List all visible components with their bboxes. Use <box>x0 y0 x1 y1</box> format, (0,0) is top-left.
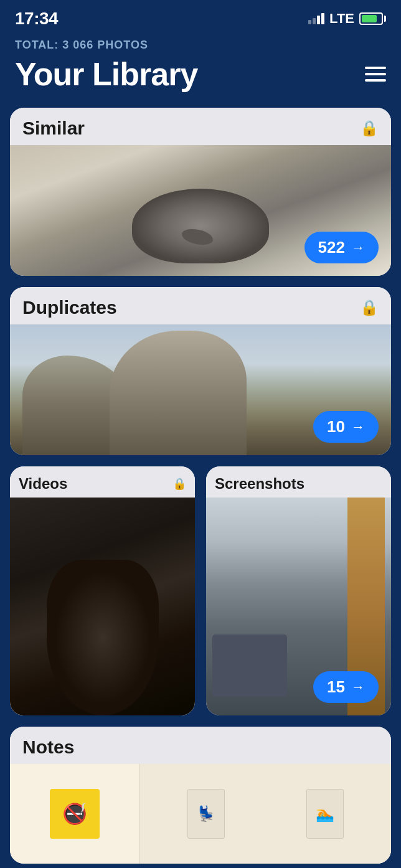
notes-card-title: Notes <box>22 737 74 758</box>
duplicates-card-image: 10 → <box>10 324 391 455</box>
status-right: LTE <box>308 11 386 27</box>
notes-panel-instructions: 💺 🏊 <box>140 764 391 864</box>
duplicates-card[interactable]: Duplicates 🔒 10 → <box>10 287 391 455</box>
videos-image-bg <box>10 498 195 715</box>
battery-fill <box>362 15 377 22</box>
screenshots-count: 15 <box>327 677 345 697</box>
title-row: Your Library <box>15 55 386 93</box>
videos-card[interactable]: Videos 🔒 <box>10 466 195 715</box>
page-title: Your Library <box>15 55 197 93</box>
menu-icon-line2 <box>365 73 386 75</box>
duplicates-card-header: Duplicates 🔒 <box>10 287 391 324</box>
instruction-box-1: 💺 <box>187 789 225 839</box>
status-time: 17:34 <box>15 9 58 29</box>
menu-icon-line3 <box>365 79 386 82</box>
similar-lock-icon: 🔒 <box>360 120 379 137</box>
videos-lock-icon: 🔒 <box>172 477 186 491</box>
duplicates-count-badge[interactable]: 10 → <box>313 411 379 443</box>
status-bar: 17:34 LTE <box>0 0 401 34</box>
screenshots-card-title: Screenshots <box>215 475 304 493</box>
similar-card-image: 522 → <box>10 145 391 276</box>
screenshots-count-badge[interactable]: 15 → <box>313 671 379 703</box>
battery-body <box>359 12 383 25</box>
notes-no-smoking-icon: 🚭 <box>50 789 100 839</box>
notes-panel-left: 🚭 <box>10 764 140 864</box>
screenshots-card[interactable]: Screenshots 15 → <box>206 466 391 715</box>
duplicates-arrow: → <box>351 419 365 435</box>
screenshots-card-image-wrapper: 15 → <box>206 498 391 715</box>
battery-indicator <box>359 12 386 25</box>
similar-card[interactable]: Similar 🔒 522 → <box>10 108 391 276</box>
similar-card-title: Similar <box>22 118 85 139</box>
battery-tip <box>384 16 386 22</box>
videos-card-image <box>10 498 195 715</box>
screenshots-arrow: → <box>351 679 365 696</box>
menu-icon-line1 <box>365 67 386 69</box>
duplicates-card-title: Duplicates <box>22 297 117 318</box>
menu-button[interactable] <box>365 67 386 82</box>
videos-card-header: Videos 🔒 <box>10 466 195 498</box>
similar-count-badge[interactable]: 522 → <box>304 232 379 263</box>
videos-card-title: Videos <box>19 475 67 493</box>
instruction-box-2: 🏊 <box>306 789 344 839</box>
notes-card-header: Notes <box>10 727 391 764</box>
lte-indicator: LTE <box>329 11 354 27</box>
duplicates-count: 10 <box>327 417 345 436</box>
total-photos-label: TOTAL: 3 066 PHOTOS <box>15 39 386 52</box>
duplicates-lock-icon: 🔒 <box>360 299 379 316</box>
signal-bars <box>308 13 324 24</box>
similar-count: 522 <box>318 238 345 257</box>
grid-two-columns: Videos 🔒 Screenshots 15 → <box>10 466 391 715</box>
similar-card-header: Similar 🔒 <box>10 108 391 145</box>
header: TOTAL: 3 066 PHOTOS Your Library <box>0 34 401 108</box>
screenshots-card-header: Screenshots <box>206 466 391 498</box>
content-area: Similar 🔒 522 → Duplicates 🔒 10 → <box>0 108 401 864</box>
notes-card[interactable]: Notes 🚭 💺 🏊 TEN OTURURKEN KEMERİNİZİ BAĞ… <box>10 727 391 864</box>
notes-card-image: 🚭 💺 🏊 <box>10 764 391 864</box>
similar-arrow: → <box>351 240 365 256</box>
